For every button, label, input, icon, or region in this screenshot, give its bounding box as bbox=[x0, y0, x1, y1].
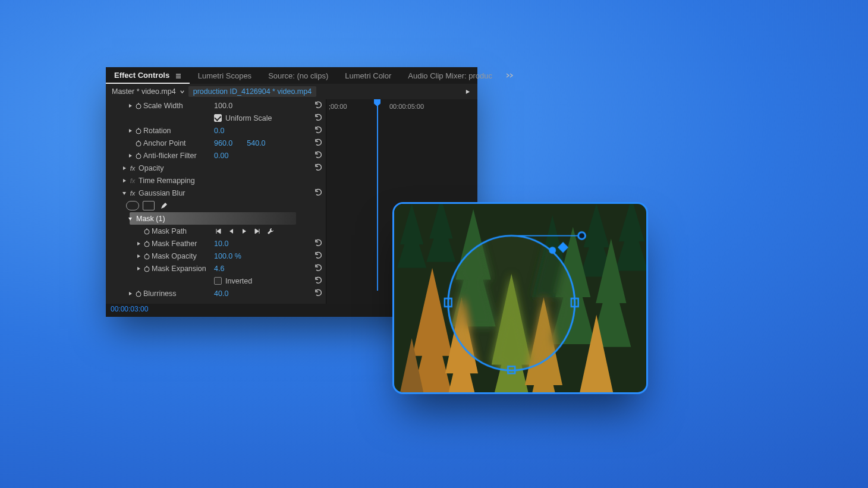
row-mask-opacity[interactable]: Mask Opacity 100.0 % bbox=[106, 250, 326, 262]
breadcrumb-master[interactable]: Master * video.mp4 bbox=[112, 87, 176, 96]
prop-value-x[interactable]: 960.0 bbox=[214, 139, 232, 147]
reset-icon[interactable] bbox=[314, 150, 322, 159]
row-anti-flicker[interactable]: Anti-flicker Filter 0.00 bbox=[106, 149, 326, 162]
row-anchor-point[interactable]: Anchor Point 960.0 540.0 bbox=[106, 137, 326, 149]
expand-icon[interactable] bbox=[134, 241, 142, 246]
panel-menu-icon[interactable] bbox=[175, 72, 181, 81]
prop-value[interactable]: 10.0 bbox=[214, 240, 228, 248]
stopwatch-icon[interactable] bbox=[134, 289, 143, 298]
stopwatch-icon[interactable] bbox=[142, 251, 152, 261]
expand-icon[interactable] bbox=[126, 153, 134, 158]
playhead[interactable] bbox=[377, 99, 378, 291]
row-scale-width[interactable]: Scale Width 100.0 bbox=[106, 99, 326, 112]
rectangle-mask-icon[interactable] bbox=[143, 201, 155, 210]
expand-icon[interactable] bbox=[120, 166, 128, 171]
collapse-icon[interactable] bbox=[120, 191, 128, 196]
reset-icon[interactable] bbox=[314, 113, 322, 121]
prop-label: Mask Expansion bbox=[152, 265, 206, 273]
collapse-icon[interactable] bbox=[126, 216, 134, 221]
row-rotation[interactable]: Rotation 0.0 bbox=[106, 124, 326, 137]
mask-track-controls bbox=[214, 227, 275, 235]
stopwatch-icon[interactable] bbox=[142, 239, 152, 248]
prop-value[interactable]: 40.0 bbox=[214, 289, 228, 298]
tabs-overflow-icon[interactable] bbox=[501, 71, 518, 80]
prop-value-y[interactable]: 540.0 bbox=[247, 139, 265, 147]
tab-source[interactable]: Source: (no clips) bbox=[260, 68, 336, 83]
row-blurriness[interactable]: Blurriness 40.0 bbox=[106, 287, 326, 300]
tab-audio-clip-mixer[interactable]: Audio Clip Mixer: produc bbox=[400, 68, 501, 83]
reset-icon[interactable] bbox=[314, 125, 322, 134]
reset-icon[interactable] bbox=[314, 251, 322, 259]
row-opacity[interactable]: fx Opacity bbox=[106, 162, 326, 174]
ellipse-mask-icon[interactable] bbox=[126, 201, 139, 210]
reset-icon[interactable] bbox=[314, 100, 322, 109]
tab-effect-controls[interactable]: Effect Controls bbox=[106, 67, 190, 83]
reset-icon[interactable] bbox=[314, 138, 322, 146]
prop-label: Rotation bbox=[143, 127, 171, 135]
inverted-checkbox[interactable] bbox=[214, 277, 222, 285]
reset-icon[interactable] bbox=[314, 276, 322, 284]
row-time-remapping[interactable]: fx Time Remapping bbox=[106, 174, 326, 187]
expand-icon[interactable] bbox=[134, 266, 142, 271]
row-mask-path[interactable]: Mask Path bbox=[106, 225, 326, 237]
svg-point-15 bbox=[578, 232, 586, 240]
reset-icon[interactable] bbox=[314, 238, 322, 247]
row-inverted[interactable]: Inverted bbox=[106, 275, 326, 287]
row-uniform-scale[interactable]: Uniform Scale bbox=[106, 112, 326, 124]
stopwatch-icon[interactable] bbox=[134, 138, 143, 148]
prop-value[interactable]: 100.0 % bbox=[214, 252, 241, 260]
expand-icon[interactable] bbox=[126, 291, 134, 296]
reset-icon[interactable] bbox=[314, 288, 322, 297]
property-tree: Scale Width 100.0 Uniform Scale Rotation… bbox=[106, 99, 326, 304]
prop-value[interactable]: 0.00 bbox=[214, 152, 228, 160]
stopwatch-icon[interactable] bbox=[134, 101, 143, 111]
track-forward-icon[interactable] bbox=[240, 227, 249, 235]
reset-icon[interactable] bbox=[314, 163, 322, 171]
track-reverse-1-frame-icon[interactable] bbox=[214, 227, 222, 235]
reset-icon[interactable] bbox=[314, 263, 322, 272]
reset-icon[interactable] bbox=[314, 188, 322, 196]
expand-icon[interactable] bbox=[120, 178, 128, 183]
tab-lumetri-scopes[interactable]: Lumetri Scopes bbox=[190, 68, 260, 83]
expand-icon[interactable] bbox=[134, 254, 142, 259]
prop-value[interactable]: 0.0 bbox=[214, 127, 224, 135]
stopwatch-icon[interactable] bbox=[142, 226, 152, 236]
svg-point-7 bbox=[144, 267, 149, 272]
breadcrumb-clip[interactable]: production ID_4126904 * video.mp4 bbox=[188, 86, 316, 97]
prop-label: Blurriness bbox=[143, 289, 177, 298]
prop-label: Scale Width bbox=[143, 102, 183, 110]
pen-mask-icon[interactable] bbox=[158, 201, 170, 210]
stopwatch-icon[interactable] bbox=[134, 151, 143, 160]
fx-icon[interactable]: fx bbox=[128, 190, 137, 197]
prop-label: Mask (1) bbox=[136, 215, 165, 223]
uniform-scale-checkbox[interactable] bbox=[214, 114, 222, 122]
time-ruler[interactable]: ;00:00 00:00:05:00 bbox=[326, 99, 477, 115]
timecode-right: 00:00:05:00 bbox=[389, 103, 424, 110]
prop-label: Mask Path bbox=[152, 227, 187, 235]
breadcrumb-play-icon[interactable] bbox=[465, 89, 470, 95]
svg-point-4 bbox=[144, 229, 149, 234]
stopwatch-icon[interactable] bbox=[134, 126, 143, 136]
prop-value[interactable]: 100.0 bbox=[214, 102, 232, 110]
prop-value[interactable]: 4.6 bbox=[214, 265, 224, 273]
wrench-icon[interactable] bbox=[266, 227, 275, 235]
breadcrumb-caret-icon[interactable] bbox=[180, 89, 185, 95]
row-mask-feather[interactable]: Mask Feather 10.0 bbox=[106, 237, 326, 250]
prop-label: Mask Opacity bbox=[152, 252, 197, 260]
tab-lumetri-color[interactable]: Lumetri Color bbox=[336, 68, 400, 83]
expand-icon[interactable] bbox=[126, 103, 134, 108]
breadcrumb: Master * video.mp4 production ID_4126904… bbox=[106, 84, 477, 99]
prop-label: Time Remapping bbox=[139, 177, 195, 185]
svg-point-8 bbox=[136, 292, 141, 297]
svg-point-6 bbox=[144, 254, 149, 259]
expand-icon[interactable] bbox=[126, 128, 134, 133]
fx-icon[interactable]: fx bbox=[128, 177, 137, 184]
row-mask-expansion[interactable]: Mask Expansion 4.6 bbox=[106, 262, 326, 275]
row-mask-1[interactable]: Mask (1) bbox=[106, 212, 326, 225]
prop-label: Uniform Scale bbox=[225, 114, 272, 122]
stopwatch-icon[interactable] bbox=[142, 264, 152, 273]
row-gaussian-blur[interactable]: fx Gaussian Blur bbox=[106, 187, 326, 199]
track-forward-1-frame-icon[interactable] bbox=[253, 227, 262, 235]
track-reverse-icon[interactable] bbox=[227, 227, 235, 235]
fx-icon[interactable]: fx bbox=[128, 165, 137, 172]
